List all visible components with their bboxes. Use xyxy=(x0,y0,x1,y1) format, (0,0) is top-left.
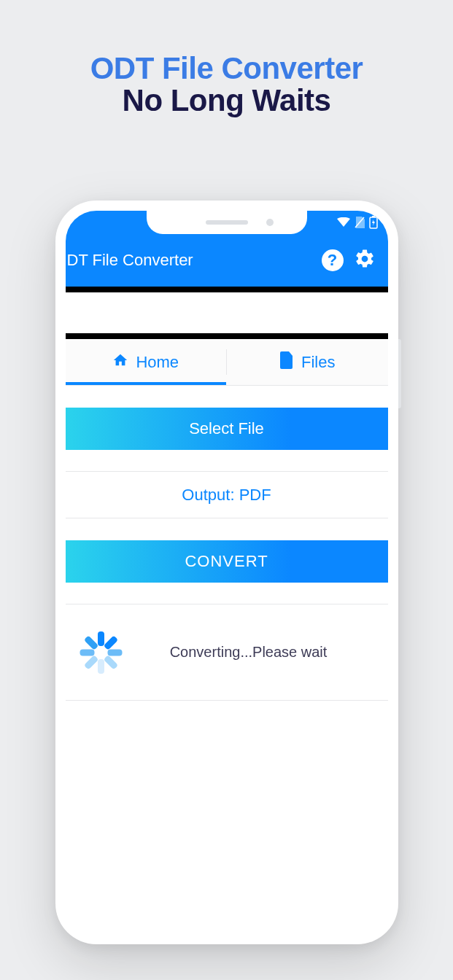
battery-charging-icon xyxy=(369,216,378,229)
output-label: Output: PDF xyxy=(182,486,271,505)
output-row[interactable]: Output: PDF xyxy=(66,472,388,518)
gear-icon xyxy=(354,248,376,273)
settings-button[interactable] xyxy=(349,244,381,276)
help-button[interactable]: ? xyxy=(317,244,349,276)
wifi-icon xyxy=(337,217,350,228)
phone-mockup: DT File Converter ? Home xyxy=(55,201,398,944)
phone-side-button xyxy=(398,339,401,408)
tab-bar: Home Files xyxy=(66,339,388,386)
convert-label: CONVERT xyxy=(185,552,268,571)
phone-notch xyxy=(147,211,307,234)
ad-gap xyxy=(66,292,388,333)
file-icon xyxy=(279,351,294,373)
spacer-row xyxy=(66,450,388,472)
tab-files-label: Files xyxy=(301,353,335,372)
select-file-label: Select File xyxy=(189,419,264,438)
tab-home-label: Home xyxy=(136,353,179,372)
divider-strip-bottom xyxy=(66,333,388,339)
promo-line2: No Long Waits xyxy=(0,83,453,118)
promo-line1: ODT File Converter xyxy=(0,51,453,86)
divider-strip-top xyxy=(66,287,388,292)
app-bar: DT File Converter ? xyxy=(66,234,388,287)
svg-rect-2 xyxy=(372,216,375,217)
app-title: DT File Converter xyxy=(66,251,317,270)
main-content: Select File Output: PDF CONVERT Converti… xyxy=(66,408,388,701)
convert-button[interactable]: CONVERT xyxy=(66,540,388,583)
promo-title: ODT File Converter No Long Waits xyxy=(0,0,453,118)
tab-files[interactable]: Files xyxy=(227,339,388,385)
select-file-button[interactable]: Select File xyxy=(66,408,388,450)
home-icon xyxy=(112,352,128,373)
spacer-row-2 xyxy=(66,583,388,604)
no-sim-icon xyxy=(355,217,365,228)
notch-camera xyxy=(266,219,274,226)
notch-speaker xyxy=(206,220,248,225)
loading-spinner-icon xyxy=(80,631,123,674)
status-text: Converting...Please wait xyxy=(123,644,375,661)
phone-screen: DT File Converter ? Home xyxy=(66,211,388,934)
status-row: Converting...Please wait xyxy=(66,604,388,701)
tab-home[interactable]: Home xyxy=(66,339,227,385)
help-icon: ? xyxy=(322,249,344,271)
